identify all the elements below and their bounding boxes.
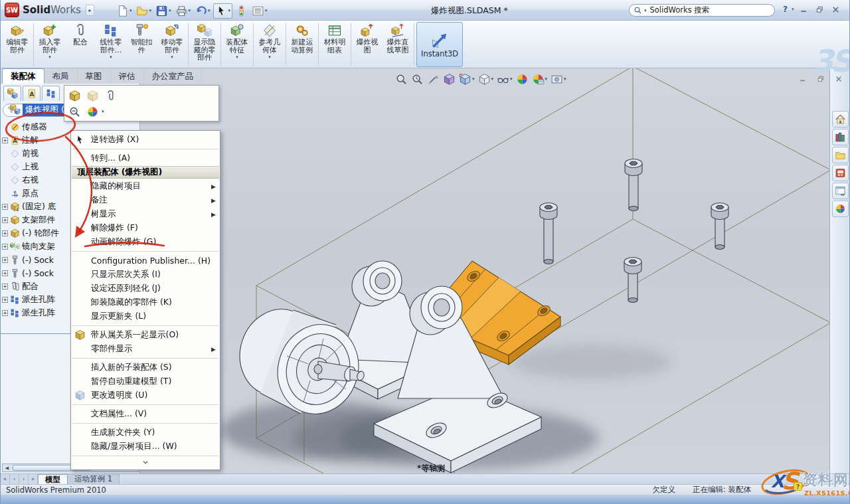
screw-part-left[interactable] [540, 203, 557, 264]
ribbon-insert-component-button[interactable]: 插入零 部件▾ [35, 21, 65, 68]
tab-configuration-manager[interactable] [42, 86, 60, 101]
ribbon-assembly-feature-button[interactable]: 装配体 特征▾ [222, 21, 252, 68]
model-tab-1[interactable]: 运动算例 1 [68, 474, 120, 484]
tab-nav-0[interactable]: « [1, 474, 10, 484]
expand-icon[interactable]: + [2, 204, 8, 210]
view-settings-button[interactable]: ▾ [551, 73, 566, 86]
options-list-button[interactable]: ▾ [250, 4, 269, 18]
ribbon-exploded-view-button[interactable]: 爆炸视 图 [352, 21, 382, 68]
view-palette-button[interactable] [832, 165, 849, 181]
zoom-fit-button[interactable] [395, 73, 408, 86]
menu-item[interactable]: 文档属性... (V) [71, 407, 220, 421]
color-wheel-button[interactable] [86, 106, 99, 118]
component-button[interactable] [68, 90, 81, 102]
menu-item[interactable]: 零部件显示▶ [71, 342, 220, 356]
hide-show-items-button[interactable]: ▾ [497, 73, 513, 86]
menu-item[interactable]: 插入新的子装配体 (S) [71, 361, 220, 375]
screw-part-top[interactable] [625, 159, 642, 211]
scroll-left-icon[interactable]: ◀ [3, 464, 11, 471]
menu-item[interactable]: 逆转选择 (X) [71, 133, 220, 147]
tab-nav-2[interactable]: › [19, 474, 29, 484]
ribbon-instant3d-button[interactable]: Instant3D [416, 22, 463, 67]
tab-4[interactable]: 办公室产品 [144, 68, 203, 84]
ribbon-edit-component-button[interactable]: 编辑零 部件 [2, 21, 33, 68]
ribbon-explode-line-sketch-button[interactable]: 爆炸直 线草图 [382, 21, 413, 68]
ribbon-bom-table-button[interactable]: 材料明 细表 [319, 21, 350, 68]
restore-button[interactable] [813, 4, 825, 15]
selection-filter-button[interactable] [234, 4, 249, 18]
view-box-button[interactable] [443, 73, 456, 86]
expand-icon[interactable]: + [2, 297, 8, 303]
tab-nav-3[interactable]: » [29, 474, 38, 484]
edit-appearance-button[interactable] [516, 73, 529, 86]
close-button[interactable] [829, 4, 841, 15]
color-wheel-button[interactable] [832, 201, 849, 217]
home-button[interactable] [832, 111, 849, 127]
tab-3[interactable]: 评估 [111, 68, 144, 84]
menu-item[interactable]: 只显示层次关系 (I) [71, 268, 220, 282]
tab-property-manager[interactable]: A [23, 86, 41, 101]
menu-item[interactable]: 暂停自动重建模型 (T) [71, 375, 220, 388]
help-dropdown-icon[interactable]: ▾ [792, 7, 794, 12]
tab-2[interactable]: 草图 [78, 68, 111, 84]
menu-item[interactable]: 动画解除爆炸 (G) [71, 235, 220, 249]
menu-item[interactable]: 转到... (A) [71, 151, 220, 165]
ribbon-mate-clip-button[interactable]: 配合 [65, 21, 96, 68]
print-button[interactable]: ▾ [174, 4, 193, 18]
search-input[interactable] [649, 5, 770, 16]
ghost-component-button[interactable] [86, 90, 99, 102]
apply-scene-button[interactable]: ▾ [532, 73, 548, 86]
ribbon-smart-fastener-button[interactable]: 智能扣 件 [126, 21, 157, 68]
ribbon-move-component-button[interactable]: 移动零 部件▾ [157, 21, 187, 68]
expand-icon[interactable]: + [2, 217, 8, 223]
menu-item[interactable]: 卸装隐藏的零部件 (K) [71, 295, 220, 309]
screw-part-front[interactable] [624, 258, 641, 303]
design-library-button[interactable] [832, 129, 849, 145]
model-tab-0[interactable]: 模型 [38, 474, 68, 484]
doc-minimize-button[interactable] [796, 74, 809, 84]
menu-item[interactable]: 解除爆炸 (F) [71, 221, 220, 235]
expand-icon[interactable]: + [2, 270, 8, 276]
menu-item[interactable]: 带从属关系一起显示(O) [71, 328, 220, 342]
menu-item[interactable]: 更改透明度 (U) [71, 388, 220, 402]
menu-item[interactable]: Configuration Publisher... (H) [71, 254, 220, 268]
ribbon-motion-study-button[interactable]: 新建运 动算例 [287, 21, 317, 68]
display-style-button[interactable]: ▾ [478, 73, 494, 86]
zoom-area-button[interactable] [411, 73, 424, 86]
expand-icon[interactable]: + [2, 244, 8, 250]
appearances-window-button[interactable] [832, 183, 849, 199]
tab-feature-tree[interactable] [3, 86, 21, 101]
file-explorer-button[interactable] [832, 147, 849, 163]
open-folder-button[interactable]: ▾ [135, 4, 153, 18]
save-button[interactable]: ▾ [154, 4, 173, 18]
menu-item[interactable]: 生成新文件夹 (Y) [71, 426, 220, 440]
section-view-button[interactable] [427, 73, 440, 86]
menu-item[interactable]: 树显示▶ [71, 207, 220, 221]
ribbon-reference-geometry-button[interactable]: 参考几 何体▾ [254, 21, 285, 68]
menu-item[interactable]: 隐藏的树项目▶ [71, 179, 220, 193]
help-button[interactable]: ? [783, 5, 788, 14]
tab-1[interactable]: 布局 [44, 68, 78, 84]
tab-nav-1[interactable]: ‹ [10, 474, 19, 484]
mate-clip-button[interactable] [104, 90, 117, 102]
ribbon-show-hidden-button[interactable]: 显示隐 藏的零 部件 [189, 21, 220, 68]
screw-part-right[interactable] [711, 203, 728, 250]
new-document-button[interactable]: ▾ [115, 4, 133, 18]
menu-expand-arrow-icon[interactable]: ▸ [86, 5, 94, 16]
menu-item[interactable]: 备注▶ [71, 193, 220, 207]
undo-button[interactable]: ▾ [193, 4, 212, 18]
expand-icon[interactable]: + [2, 310, 8, 316]
expand-icon[interactable]: + [2, 137, 8, 143]
expand-icon[interactable]: + [2, 284, 8, 290]
ribbon-linear-pattern-button[interactable]: 线性零 部件...▾ [96, 21, 126, 68]
select-cursor-button[interactable]: ▾ [213, 3, 233, 19]
zoom-selection-button[interactable] [68, 106, 81, 118]
expand-icon[interactable]: + [2, 230, 8, 236]
menu-item[interactable]: 隐藏/显示树项目... (W) [71, 440, 220, 454]
view-orientation-button[interactable]: ▾ [459, 73, 475, 86]
expand-icon[interactable]: + [2, 257, 8, 263]
menu-item[interactable]: 显示更新夹 (L) [71, 309, 220, 323]
search-dropdown-icon[interactable]: ▾ [644, 8, 647, 13]
tab-0[interactable]: 装配体 [2, 68, 44, 84]
menu-item[interactable]: 设定还原到轻化 (J) [71, 282, 220, 295]
